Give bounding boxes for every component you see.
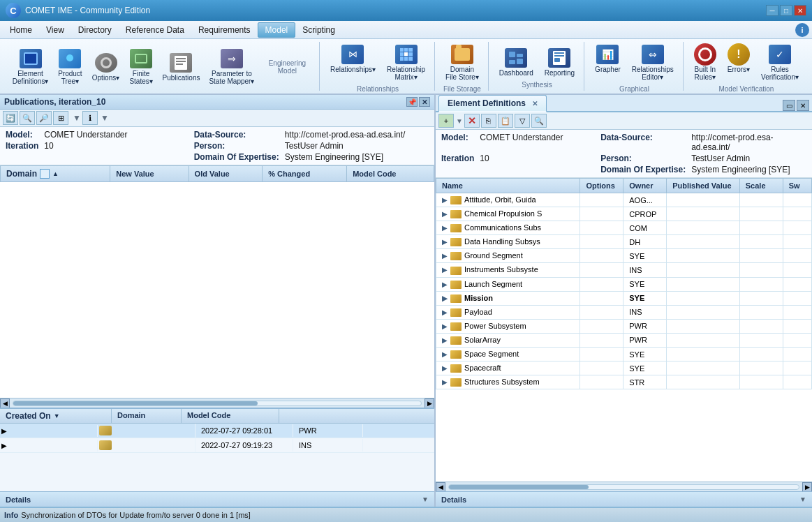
relationships-icon: ⋈: [341, 43, 364, 66]
errors-button[interactable]: ! Errors▾: [723, 40, 755, 84]
parameter-to-state-button[interactable]: ⇒ Parameter toState Mapper▾: [205, 45, 258, 88]
relationship-matrix-button[interactable]: RelationshipMatrix▾: [382, 40, 430, 84]
right-col-options[interactable]: Options: [580, 179, 623, 193]
expand-btn[interactable]: ▶: [442, 224, 448, 232]
table-row[interactable]: ▶Structures Subsystem STR: [436, 375, 812, 389]
table-row[interactable]: ▶Mission SYE: [436, 291, 812, 305]
domain-checkbox[interactable]: [40, 169, 50, 179]
list-expand-2[interactable]: ▶: [0, 440, 98, 452]
table-row[interactable]: ▶Data Handling Subsys DH: [436, 235, 812, 249]
expand-btn[interactable]: ▶: [442, 322, 448, 330]
expand-btn[interactable]: ▶: [442, 350, 448, 358]
right-h-scrollbar[interactable]: ◀ ▶: [436, 482, 812, 491]
menu-model[interactable]: Model: [258, 22, 296, 38]
expand-btn[interactable]: ▶: [442, 294, 448, 302]
left-panel-close-button[interactable]: ✕: [419, 97, 430, 107]
right-col-sw[interactable]: Sw: [783, 179, 811, 193]
relationships-editor-button[interactable]: ⇔ RelationshipsEditor▾: [627, 40, 679, 84]
publications-button[interactable]: Publications: [158, 49, 204, 84]
tab-close-button[interactable]: ✕: [532, 100, 538, 107]
left-panel-pin-button[interactable]: 📌: [406, 97, 418, 107]
table-row[interactable]: ▶Power Subsystem PWR: [436, 319, 812, 333]
right-h-scroll-track[interactable]: [448, 484, 799, 490]
right-tb-paste-button[interactable]: 📋: [498, 114, 513, 128]
col-old-value[interactable]: Old Value: [189, 166, 263, 182]
right-details-arrow[interactable]: ▼: [799, 495, 806, 503]
rules-verification-button[interactable]: ✓ RulesVerification▾: [756, 40, 804, 84]
table-row[interactable]: ▶Spacecraft SYE: [436, 361, 812, 375]
row-scale: [739, 235, 783, 249]
expand-btn[interactable]: ▶: [442, 196, 448, 204]
expand-btn[interactable]: ▶: [442, 308, 448, 316]
table-row[interactable]: ▶SolarArray PWR: [436, 333, 812, 347]
expand-btn[interactable]: ▶: [442, 252, 448, 260]
product-tree-button[interactable]: ProductTree▾: [54, 45, 87, 88]
expand-btn[interactable]: ▶: [442, 266, 448, 274]
grapher-button[interactable]: 📊 Grapher: [590, 40, 626, 84]
minimize-button[interactable]: ─: [766, 5, 778, 16]
menu-reference-data[interactable]: Reference Data: [119, 23, 191, 37]
menu-home[interactable]: Home: [3, 23, 39, 37]
expand-btn[interactable]: ▶: [442, 281, 448, 288]
left-details-arrow[interactable]: ▼: [422, 495, 429, 503]
list-expand-1[interactable]: ▶: [0, 425, 98, 437]
menu-view[interactable]: View: [39, 23, 71, 37]
table-row[interactable]: ▶Attitude, Orbit, Guida AOG...: [436, 193, 812, 207]
expand-btn[interactable]: ▶: [442, 378, 448, 386]
menu-directory[interactable]: Directory: [71, 23, 119, 37]
left-h-scrollbar[interactable]: ◀ ▶: [0, 398, 434, 408]
col-created-on[interactable]: Created On ▼: [0, 409, 112, 423]
finite-states-button[interactable]: FiniteStates▾: [125, 45, 157, 88]
right-tb-delete-button[interactable]: ✕: [464, 114, 480, 128]
left-tb-new-button[interactable]: 🔄: [3, 111, 18, 125]
tab-restore-button[interactable]: ▭: [783, 100, 795, 111]
right-tb-filter-button[interactable]: ▽: [515, 114, 530, 128]
left-tb-expand-button[interactable]: ⊞: [53, 111, 68, 125]
table-row[interactable]: ▶Communications Subs COM: [436, 221, 812, 235]
right-tb-add-button[interactable]: +: [438, 114, 454, 128]
col-domain-list[interactable]: Domain: [112, 409, 182, 423]
menu-scripting[interactable]: Scripting: [295, 23, 342, 37]
tab-close-panel-button[interactable]: ✕: [797, 100, 809, 111]
expand-btn[interactable]: ▶: [442, 336, 448, 344]
col-new-value[interactable]: New Value: [110, 166, 189, 182]
right-tb-search-button[interactable]: 🔍: [531, 114, 547, 128]
left-tb-search-button[interactable]: 🔍: [20, 111, 35, 125]
expand-btn[interactable]: ▶: [442, 238, 448, 246]
right-col-owner[interactable]: Owner: [623, 179, 667, 193]
col-model-code[interactable]: Model Code: [347, 166, 434, 182]
left-tb-filter-button[interactable]: 🔎: [36, 111, 52, 125]
options-button[interactable]: Options▾: [88, 49, 124, 84]
relationships-button[interactable]: ⋈ Relationships▾: [325, 40, 381, 84]
list-item[interactable]: ▶ 2022-07-27 09:28:01 PWR: [0, 424, 434, 438]
dashboard-button[interactable]: Dashboard: [494, 44, 538, 80]
right-tb-copy-button[interactable]: ⎘: [481, 114, 496, 128]
reporting-button[interactable]: Reporting: [540, 44, 580, 80]
menu-requirements[interactable]: Requirements: [191, 23, 258, 37]
table-row[interactable]: ▶Launch Segment SYE: [436, 277, 812, 291]
close-button[interactable]: ✕: [794, 5, 806, 16]
table-row[interactable]: ▶Space Segment SYE: [436, 348, 812, 361]
right-table-header-row: Name Options Owner Published Value Scale…: [436, 179, 812, 193]
element-definitions-button[interactable]: ElementDefinitions▾: [8, 45, 52, 88]
table-row[interactable]: ▶Instruments Subsyste INS: [436, 263, 812, 277]
restore-button[interactable]: □: [780, 5, 792, 16]
left-h-scroll-track[interactable]: [13, 401, 422, 406]
right-col-published-value[interactable]: Published Value: [667, 179, 740, 193]
help-button[interactable]: i: [795, 23, 809, 37]
col-model-code-list[interactable]: Model Code: [182, 409, 279, 423]
right-col-name[interactable]: Name: [436, 179, 580, 193]
built-in-rules-button[interactable]: Built InRules▾: [689, 40, 721, 84]
tab-element-definitions[interactable]: Element Definitions ✕: [438, 95, 547, 112]
left-tb-info-button[interactable]: ℹ: [82, 111, 98, 125]
expand-btn[interactable]: ▶: [442, 364, 448, 372]
col-domain[interactable]: Domain ▲: [1, 166, 110, 182]
right-col-scale[interactable]: Scale: [739, 179, 783, 193]
table-row[interactable]: ▶Ground Segment SYE: [436, 249, 812, 263]
table-row[interactable]: ▶Payload INS: [436, 305, 812, 319]
expand-btn[interactable]: ▶: [442, 210, 448, 218]
list-item[interactable]: ▶ 2022-07-27 09:19:23 INS: [0, 438, 434, 453]
col-percent-changed[interactable]: % Changed: [263, 166, 347, 182]
table-row[interactable]: ▶Chemical Propulsion S CPROP: [436, 207, 812, 221]
domain-file-store-button[interactable]: DomainFile Store▾: [441, 40, 484, 84]
